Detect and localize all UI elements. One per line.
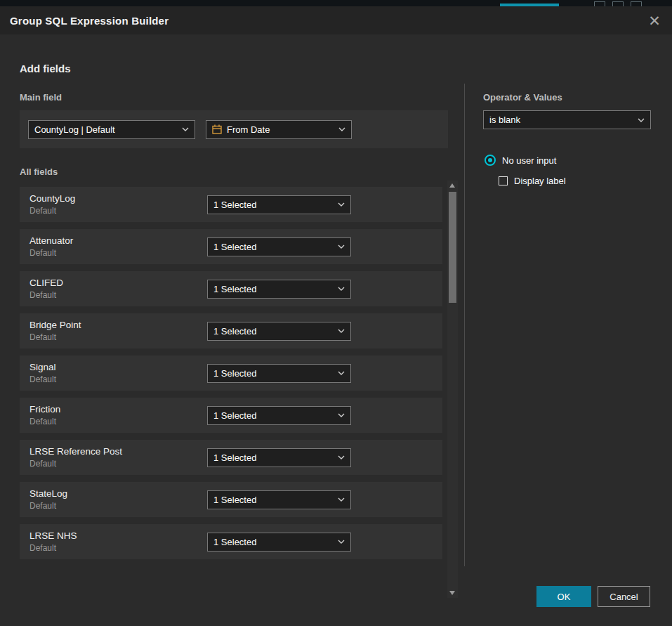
field-row: StateLog Default 1 Selected — [20, 482, 442, 517]
field-row: Signal Default 1 Selected — [20, 356, 442, 391]
field-info: CountyLog Default — [29, 193, 207, 216]
field-selection-dropdown[interactable]: 1 Selected — [207, 322, 351, 341]
dialog-footer: OK Cancel — [536, 586, 650, 607]
field-name: Bridge Point — [29, 320, 207, 330]
field-selection-value: 1 Selected — [213, 326, 334, 337]
main-field-source-dropdown[interactable]: CountyLog | Default — [28, 120, 195, 139]
field-selection-value: 1 Selected — [213, 242, 334, 252]
main-field-panel: CountyLog | Default From Date — [20, 110, 448, 148]
background-app-strip — [0, 0, 672, 6]
chevron-down-icon — [338, 540, 345, 544]
field-subtitle: Default — [29, 332, 207, 342]
operator-dropdown[interactable]: is blank — [483, 110, 651, 129]
no-user-input-label: No user input — [502, 155, 556, 166]
field-selection-value: 1 Selected — [213, 495, 334, 505]
field-row: CountyLog Default 1 Selected — [20, 187, 442, 222]
group-sql-expression-builder-dialog: Group SQL Expression Builder ✕ Add field… — [0, 6, 672, 626]
field-selection-value: 1 Selected — [213, 537, 334, 547]
no-user-input-radio[interactable]: No user input — [485, 155, 556, 166]
scrollbar-thumb[interactable] — [449, 192, 456, 303]
field-info: LRSE Reference Post Default — [29, 446, 207, 469]
field-name: CountyLog — [29, 193, 207, 204]
field-selection-dropdown[interactable]: 1 Selected — [207, 237, 351, 256]
field-selection-dropdown[interactable]: 1 Selected — [207, 364, 351, 383]
checkbox-unchecked-icon — [499, 176, 508, 185]
main-field-field-value: From Date — [227, 124, 334, 135]
display-label-checkbox[interactable]: Display label — [499, 176, 566, 186]
field-info: Friction Default — [29, 404, 207, 426]
operator-value: is blank — [489, 115, 633, 125]
add-fields-heading: Add fields — [20, 63, 71, 74]
background-toolbar-icon — [612, 1, 624, 6]
field-row: Bridge Point Default 1 Selected — [20, 313, 442, 348]
field-row: LRSE NHS Default 1 Selected — [20, 524, 442, 559]
field-row: LRSE Reference Post Default 1 Selected — [20, 440, 442, 475]
field-info: CLIFED Default — [29, 278, 207, 300]
chevron-down-icon — [338, 497, 345, 502]
radio-selected-icon — [485, 155, 496, 166]
display-label-label: Display label — [514, 176, 566, 186]
field-selection-dropdown[interactable]: 1 Selected — [207, 448, 351, 467]
scroll-up-arrow-icon[interactable] — [449, 183, 455, 188]
field-subtitle: Default — [29, 543, 207, 553]
all-fields-label: All fields — [20, 167, 58, 177]
field-selection-value: 1 Selected — [213, 452, 334, 463]
field-name: Friction — [29, 404, 207, 415]
field-selection-value: 1 Selected — [213, 368, 334, 379]
main-field-field-dropdown[interactable]: From Date — [206, 120, 352, 139]
panel-divider — [464, 84, 465, 566]
calendar-icon — [212, 124, 222, 134]
close-icon[interactable]: ✕ — [645, 11, 664, 30]
field-subtitle: Default — [29, 206, 207, 216]
field-row: CLIFED Default 1 Selected — [20, 271, 442, 306]
field-selection-value: 1 Selected — [213, 410, 334, 421]
field-name: LRSE Reference Post — [29, 446, 207, 457]
field-info: LRSE NHS Default — [29, 530, 207, 553]
field-row: Attenuator Default 1 Selected — [20, 229, 442, 264]
field-info: StateLog Default — [29, 488, 207, 511]
chevron-down-icon — [338, 287, 345, 291]
field-subtitle: Default — [29, 459, 207, 469]
all-fields-list: CountyLog Default 1 Selected Attenuator … — [20, 187, 442, 566]
ok-button[interactable]: OK — [536, 586, 591, 607]
chevron-down-icon — [338, 413, 345, 417]
field-subtitle: Default — [29, 417, 207, 426]
chevron-down-icon — [638, 118, 645, 122]
field-selection-dropdown[interactable]: 1 Selected — [207, 406, 351, 425]
main-field-label: Main field — [20, 92, 62, 103]
background-toolbar-icon — [594, 1, 605, 6]
chevron-down-icon — [338, 202, 345, 207]
background-toolbar-icon — [631, 1, 642, 6]
field-name: Attenuator — [29, 235, 207, 246]
field-info: Attenuator Default — [29, 235, 207, 258]
field-selection-value: 1 Selected — [213, 200, 334, 210]
field-selection-dropdown[interactable]: 1 Selected — [207, 195, 351, 214]
field-selection-dropdown[interactable]: 1 Selected — [207, 280, 351, 299]
field-subtitle: Default — [29, 374, 207, 384]
field-info: Bridge Point Default — [29, 320, 207, 342]
field-row: Friction Default 1 Selected — [20, 398, 442, 433]
vertical-scrollbar[interactable] — [447, 181, 458, 598]
field-selection-value: 1 Selected — [213, 284, 334, 294]
scroll-down-arrow-icon[interactable] — [449, 591, 455, 595]
field-selection-dropdown[interactable]: 1 Selected — [207, 533, 351, 552]
dialog-title: Group SQL Expression Builder — [10, 15, 169, 27]
main-field-source-value: CountyLog | Default — [34, 124, 178, 135]
operator-values-label: Operator & Values — [483, 92, 562, 103]
field-info: Signal Default — [29, 362, 207, 384]
chevron-down-icon — [182, 127, 189, 131]
field-selection-dropdown[interactable]: 1 Selected — [207, 490, 351, 509]
chevron-down-icon — [338, 371, 345, 375]
field-subtitle: Default — [29, 290, 207, 300]
chevron-down-icon — [338, 455, 345, 459]
field-subtitle: Default — [29, 501, 207, 511]
field-name: CLIFED — [29, 278, 207, 288]
dialog-body: Add fields Main field CountyLog | Defaul… — [0, 34, 672, 626]
chevron-down-icon — [338, 127, 345, 131]
field-name: StateLog — [29, 488, 207, 499]
chevron-down-icon — [338, 244, 345, 249]
field-name: LRSE NHS — [29, 530, 207, 541]
chevron-down-icon — [338, 329, 345, 333]
field-subtitle: Default — [29, 248, 207, 258]
cancel-button[interactable]: Cancel — [598, 586, 650, 607]
